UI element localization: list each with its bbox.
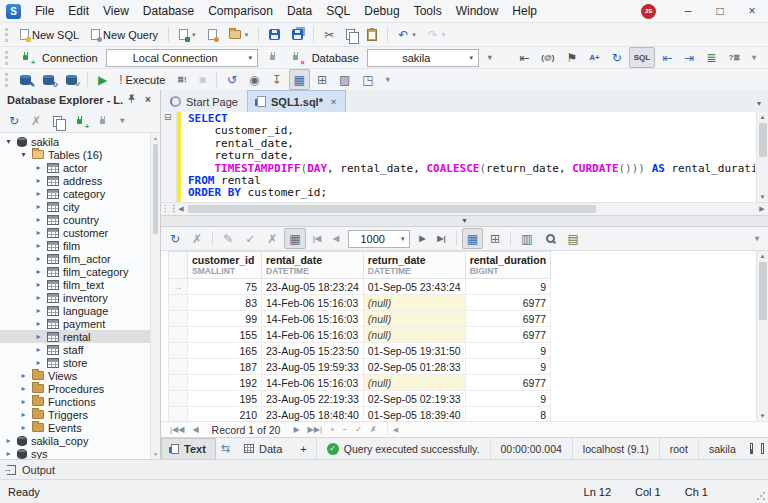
fold-collapse-icon[interactable]: ⊟ — [164, 113, 172, 122]
database-refresh-button[interactable]: ↻ — [38, 69, 59, 90]
tree-item-actor[interactable]: ▸actor — [0, 161, 151, 174]
cell-rental-date[interactable]: 14-Feb-06 15:16:03 — [262, 295, 364, 311]
cell-return-date[interactable]: 02-Sep-05 02:19:33 — [364, 391, 466, 407]
refresh-document-button[interactable]: ↻ — [607, 47, 627, 68]
append-record-button[interactable]: + — [326, 425, 339, 434]
close-tab-icon[interactable]: × — [331, 97, 336, 107]
cell-rental-duration[interactable]: 8 — [466, 407, 551, 421]
save-button[interactable] — [264, 24, 285, 45]
menu-help[interactable]: Help — [505, 0, 544, 22]
column-header-rental-duration[interactable]: rental_durationBIGINT — [466, 251, 551, 279]
tree-item-functions[interactable]: ▸Functions — [0, 395, 151, 408]
cell-customer-id[interactable]: 75 — [188, 279, 262, 295]
expander-icon[interactable]: ▾ — [19, 151, 28, 159]
expander-icon[interactable]: ▸ — [34, 268, 43, 276]
tree-item-sakila[interactable]: ▾sakila — [0, 135, 151, 148]
tree-scrollbar[interactable]: ▲ ▼ — [150, 133, 160, 459]
expander-icon[interactable]: ▸ — [19, 398, 28, 406]
cell-return-date[interactable]: (null) — [364, 327, 466, 343]
chevron-down-icon[interactable]: ▾ — [192, 31, 196, 39]
new-sql-button[interactable]: New SQL — [15, 24, 84, 45]
add-tab-button[interactable]: + — [291, 438, 315, 459]
scroll-down-icon[interactable]: ▼ — [760, 192, 766, 202]
chevron-down-icon[interactable]: ▾ — [396, 235, 409, 243]
toolbar-overflow-button[interactable]: ▾ — [747, 47, 761, 68]
first-page-button[interactable]: |◀ — [308, 228, 326, 249]
cell-rental-duration[interactable]: 9 — [466, 279, 551, 295]
expander-icon[interactable]: ▸ — [19, 372, 28, 380]
sql-editor[interactable]: ⊟ SELECT customer_id, rental_date, retur… — [161, 112, 768, 202]
tree-item-film-actor[interactable]: ▸film_actor — [0, 252, 151, 265]
new-connection-button[interactable]: + — [69, 111, 90, 132]
first-record-button[interactable]: |◀◀ — [166, 425, 188, 434]
cell-return-date[interactable]: 01-Sep-05 18:39:40 — [364, 407, 466, 421]
cell-return-date[interactable]: 01-Sep-05 19:31:50 — [364, 343, 466, 359]
duplicate-button[interactable] — [48, 111, 67, 132]
cut-button[interactable]: ✂ — [319, 24, 339, 45]
column-header-rental-date[interactable]: rental_dateDATETIME — [262, 251, 364, 279]
tree-item-film-category[interactable]: ▸film_category — [0, 265, 151, 278]
export-data-button[interactable]: ▤ — [563, 228, 584, 249]
toolbar-overflow-button[interactable]: ▾ — [381, 69, 395, 90]
cell-rental-date[interactable]: 14-Feb-06 15:16:03 — [262, 311, 364, 327]
apply-changes-button[interactable]: ✓ — [240, 228, 260, 249]
tree-item-views[interactable]: ▸Views — [0, 369, 151, 382]
cell-customer-id[interactable]: 210 — [188, 407, 262, 421]
column-header-customer-id[interactable]: customer_idSMALLINT — [188, 251, 262, 279]
paging-mode-button[interactable]: ▦ — [284, 228, 305, 249]
expander-icon[interactable]: ▸ — [34, 242, 43, 250]
menu-data[interactable]: Data — [280, 0, 319, 22]
chevron-down-icon[interactable]: ▾ — [465, 54, 478, 62]
prev-record-button[interactable]: ◀ — [188, 425, 202, 434]
tree-item-procedures[interactable]: ▸Procedures — [0, 382, 151, 395]
card-view-button[interactable]: ⊞ — [485, 228, 505, 249]
format-sql-button[interactable]: SQL — [629, 47, 655, 68]
database-overflow-button[interactable]: ▾ — [483, 47, 497, 68]
cell-return-date[interactable]: 02-Sep-05 01:28:33 — [364, 359, 466, 375]
grid-view-button[interactable]: ▦ — [462, 228, 483, 249]
to-uppercase-button[interactable]: A+ — [584, 47, 604, 68]
comment-lines-button[interactable]: ≣ — [701, 47, 721, 68]
toolbar-overflow-button[interactable]: ▾ — [750, 228, 764, 249]
last-page-button[interactable]: ▶| — [432, 228, 450, 249]
tree-item-country[interactable]: ▸country — [0, 213, 151, 226]
save-all-button[interactable] — [287, 24, 308, 45]
swap-panes-icon[interactable]: ⇆ — [216, 442, 235, 455]
copy-button[interactable] — [341, 24, 360, 45]
cell-customer-id[interactable]: 195 — [188, 391, 262, 407]
menu-sql[interactable]: SQL — [319, 0, 357, 22]
grid-horizontal-scrollbar[interactable]: ◀ — [387, 422, 768, 437]
next-record-button[interactable]: ▶ — [289, 425, 303, 434]
editor-scrollbar[interactable]: ▲ ▼ — [756, 112, 768, 202]
new-document-button[interactable]: ▾ — [174, 24, 201, 45]
query-profiler-button[interactable]: ◉ — [244, 69, 264, 90]
scroll-left-icon[interactable]: ◀ — [175, 205, 187, 213]
tab-sql1[interactable]: SQL1.sql*× — [247, 90, 346, 112]
cell-rental-duration[interactable]: 6977 — [466, 327, 551, 343]
cancel-record-edit-button[interactable]: ✗ — [366, 425, 381, 434]
incremental-search-button[interactable] — [540, 228, 561, 249]
last-record-button[interactable]: ▶▶| — [304, 425, 326, 434]
cell-return-date[interactable]: 01-Sep-05 23:43:24 — [364, 279, 466, 295]
expander-icon[interactable]: ▸ — [4, 450, 13, 458]
tree-item-events[interactable]: ▸Events — [0, 421, 151, 434]
new-query-button[interactable]: New Query — [86, 24, 163, 45]
expander-icon[interactable]: ▸ — [34, 216, 43, 224]
tree-item-payment[interactable]: ▸payment — [0, 317, 151, 330]
minimize-button[interactable]: – — [672, 0, 704, 22]
next-page-button[interactable]: ▶ — [414, 228, 430, 249]
user-avatar[interactable]: JS — [641, 4, 656, 19]
cell-rental-date[interactable]: 23-Aug-05 18:23:24 — [262, 279, 364, 295]
scroll-track[interactable] — [188, 205, 755, 213]
connection-combobox[interactable]: Local Connection▾ — [106, 49, 258, 67]
expander-icon[interactable]: ▸ — [34, 333, 43, 341]
database-combobox[interactable]: sakila▾ — [367, 49, 479, 67]
menu-file[interactable]: File — [28, 0, 61, 22]
cell-rental-duration[interactable]: 9 — [466, 343, 551, 359]
split-view-button[interactable] — [750, 443, 753, 454]
undo-button[interactable]: ↶▾ — [393, 24, 421, 45]
expander-icon[interactable]: ▸ — [34, 190, 43, 198]
chevron-down-icon[interactable]: ▾ — [412, 31, 416, 39]
tree-item-language[interactable]: ▸language — [0, 304, 151, 317]
expander-icon[interactable]: ▸ — [34, 177, 43, 185]
